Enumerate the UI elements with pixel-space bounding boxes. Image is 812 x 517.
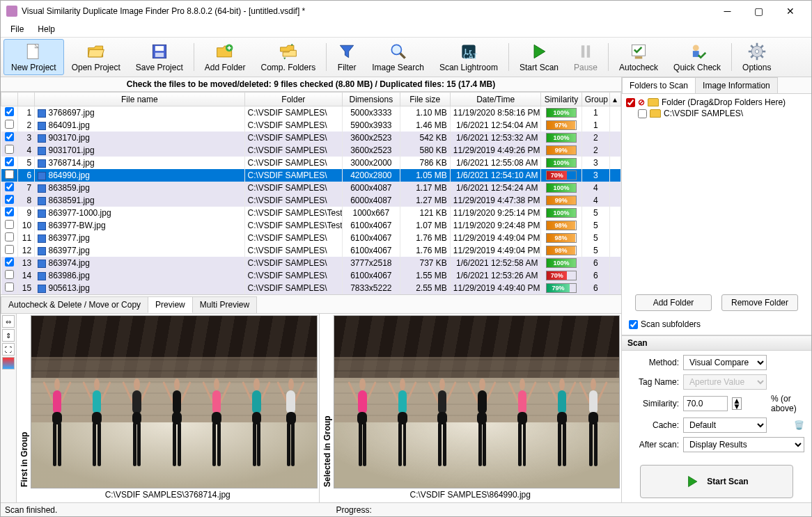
table-row[interactable]: 9 863977-1000.jpgC:\VSDIF SAMPLES\Test\1…: [1, 207, 621, 219]
row-checkbox[interactable]: [5, 182, 14, 191]
table-row[interactable]: 14 863986.jpgC:\VSDIF SAMPLES\6100x40671…: [1, 269, 621, 282]
cell-datetime: 11/19/2020 9:24:48 PM: [450, 219, 541, 232]
maximize-button[interactable]: ▢: [743, 1, 774, 21]
row-checkbox[interactable]: [5, 195, 14, 204]
compare-folders-icon: [279, 42, 298, 61]
svg-rect-10: [581, 45, 584, 58]
minimize-button[interactable]: ─: [712, 1, 743, 21]
col-filesize[interactable]: File size: [400, 93, 450, 106]
quick-check-button[interactable]: Quick Check: [666, 39, 728, 75]
cell-group: 6: [581, 282, 609, 294]
open-project-button[interactable]: Open Project: [64, 39, 128, 75]
row-checkbox[interactable]: [5, 257, 14, 267]
cell-filesize: 1.27 MB: [400, 194, 450, 207]
cell-group: 4: [581, 194, 609, 207]
row-checkbox[interactable]: [5, 120, 14, 129]
row-checkbox[interactable]: [5, 245, 14, 254]
tab-autocheck[interactable]: Autocheck & Delete / Move or Copy: [1, 296, 148, 313]
column-headers[interactable]: File name Folder Dimensions File size Da…: [1, 93, 621, 106]
autocheck-button[interactable]: Autocheck: [611, 39, 666, 75]
svg-rect-2: [155, 46, 164, 51]
start-scan-panel-button[interactable]: Start Scan: [640, 465, 793, 498]
fullscreen-icon[interactable]: ⛶: [2, 343, 15, 356]
cell-folder: C:\VSDIF SAMPLES\: [244, 232, 343, 244]
results-grid[interactable]: File name Folder Dimensions File size Da…: [1, 92, 621, 294]
scan-lightroom-button[interactable]: LrCAT Scan Lightroom: [432, 39, 506, 75]
cache-select[interactable]: Default: [683, 417, 767, 433]
color-swatch-icon[interactable]: [2, 357, 15, 369]
remove-folder-button[interactable]: Remove Folder: [721, 294, 798, 311]
folder-item-checkbox[interactable]: [638, 109, 647, 118]
folder-include-checkbox[interactable]: [626, 98, 635, 107]
tab-multi-preview[interactable]: Multi Preview: [192, 296, 257, 313]
table-row[interactable]: 10 863977-BW.jpgC:\VSDIF SAMPLES\Test\61…: [1, 219, 621, 232]
fit-height-icon[interactable]: ⇕: [2, 329, 15, 342]
row-checkbox[interactable]: [5, 145, 14, 154]
table-row[interactable]: 12 863977.jpgC:\VSDIF SAMPLES\6100x40671…: [1, 244, 621, 257]
row-checkbox[interactable]: [5, 232, 14, 241]
table-row[interactable]: 15 905613.jpgC:\VSDIF SAMPLES\7833x52222…: [1, 282, 621, 294]
close-button[interactable]: ✕: [774, 1, 806, 21]
table-row[interactable]: 2 864091.jpgC:\VSDIF SAMPLES\5900x39331.…: [1, 119, 621, 132]
table-row[interactable]: 1 3768697.jpgC:\VSDIF SAMPLES\5000x33331…: [1, 106, 621, 120]
tab-image-information[interactable]: Image Information: [695, 77, 778, 93]
row-checkbox[interactable]: [5, 220, 14, 229]
fit-width-icon[interactable]: ⇔: [2, 315, 15, 328]
table-row[interactable]: 6 864990.jpgC:\VSDIF SAMPLES\4200x28001.…: [1, 169, 621, 182]
col-filename[interactable]: File name: [35, 93, 244, 106]
col-folder[interactable]: Folder: [244, 93, 343, 106]
cell-datetime: 1/6/2021 12:53:26 AM: [450, 269, 541, 282]
add-folder-button[interactable]: Add Folder: [197, 39, 253, 75]
save-project-button[interactable]: Save Project: [128, 39, 191, 75]
start-scan-button[interactable]: Start Scan: [512, 39, 566, 75]
image-file-icon: [38, 134, 46, 143]
tab-folders-to-scan[interactable]: Folders to Scan: [622, 77, 696, 93]
cell-filename: 863977-BW.jpg: [35, 219, 244, 232]
add-folder-panel-button[interactable]: Add Folder: [635, 294, 712, 311]
toolbar-label: Start Scan: [520, 63, 559, 72]
similarity-input[interactable]: [683, 396, 728, 411]
table-row[interactable]: 3 903170.jpgC:\VSDIF SAMPLES\3600x252354…: [1, 132, 621, 144]
cell-datetime: 11/29/2019 4:49:04 PM: [450, 232, 541, 244]
cell-group: 5: [581, 219, 609, 232]
table-row[interactable]: 11 863977.jpgC:\VSDIF SAMPLES\6100x40671…: [1, 232, 621, 244]
app-icon: [6, 6, 17, 17]
table-row[interactable]: 8 8638591.jpgC:\VSDIF SAMPLES\6000x40871…: [1, 194, 621, 207]
scroll-up-icon[interactable]: ▴: [609, 93, 620, 106]
method-select[interactable]: Visual Compare: [683, 355, 767, 370]
new-project-button[interactable]: New Project: [3, 39, 64, 75]
menu-file[interactable]: File: [5, 23, 29, 35]
image-search-button[interactable]: Image Search: [364, 39, 432, 75]
table-row[interactable]: 13 863974.jpgC:\VSDIF SAMPLES\3777x25187…: [1, 257, 621, 269]
row-checkbox[interactable]: [5, 270, 14, 279]
col-similarity[interactable]: Similarity: [541, 93, 581, 106]
folder-path[interactable]: C:\VSDIF SAMPLES\: [664, 109, 743, 118]
row-checkbox[interactable]: [5, 132, 14, 141]
col-group[interactable]: Group: [581, 93, 609, 106]
row-checkbox[interactable]: [5, 283, 14, 292]
preview-left-image[interactable]: [31, 315, 318, 488]
cell-group: 2: [581, 132, 609, 144]
filter-button[interactable]: Filter: [329, 39, 364, 75]
compare-folders-button[interactable]: Comp. Folders: [253, 39, 323, 75]
spin-down-icon[interactable]: ▼: [733, 404, 741, 409]
menu-help[interactable]: Help: [32, 23, 61, 35]
row-index: 8: [18, 194, 35, 207]
table-row[interactable]: 7 863859.jpgC:\VSDIF SAMPLES\6000x40871.…: [1, 182, 621, 194]
folders-list[interactable]: ⊘ Folder (Drag&Drop Folders Here) C:\VSD…: [622, 94, 811, 122]
preview-right-image[interactable]: [334, 315, 620, 488]
afterscan-select[interactable]: Display Results: [683, 437, 804, 452]
tab-preview[interactable]: Preview: [148, 296, 193, 313]
col-dimensions[interactable]: Dimensions: [343, 93, 400, 106]
col-datetime[interactable]: Date/Time: [450, 93, 541, 106]
table-row[interactable]: 5 3768714.jpgC:\VSDIF SAMPLES\3000x20007…: [1, 157, 621, 169]
row-checkbox[interactable]: [5, 170, 14, 179]
row-checkbox[interactable]: [5, 107, 14, 116]
table-row[interactable]: 4 9031701.jpgC:\VSDIF SAMPLES\3600x25235…: [1, 144, 621, 157]
clear-cache-icon[interactable]: 🗑️: [794, 420, 804, 430]
cell-dimensions: 3600x2523: [343, 132, 400, 144]
options-button[interactable]: Options: [735, 39, 779, 75]
row-checkbox[interactable]: [5, 207, 14, 216]
scan-subfolders-checkbox[interactable]: Scan subfolders: [629, 319, 804, 329]
row-checkbox[interactable]: [5, 157, 14, 166]
